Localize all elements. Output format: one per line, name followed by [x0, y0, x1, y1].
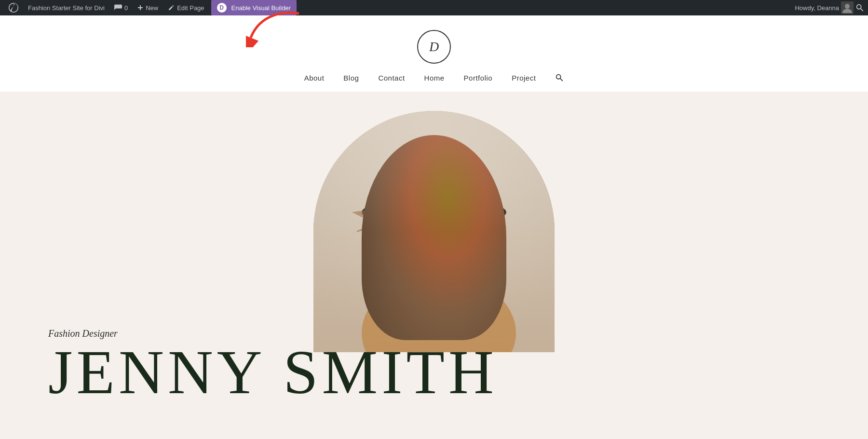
new-label: New — [146, 4, 158, 12]
nav-home[interactable]: Home — [424, 74, 445, 82]
nav-project[interactable]: Project — [512, 74, 536, 82]
enable-visual-builder-item[interactable]: D Enable Visual Builder — [211, 0, 297, 15]
adminbar-right: Howdy, Deanna — [795, 1, 864, 14]
svg-point-10 — [413, 206, 460, 257]
comment-count: 0 — [124, 4, 128, 12]
edit-page-label: Edit Page — [177, 4, 204, 12]
site-name-item[interactable]: Fashion Starter Site for Divi — [23, 0, 109, 15]
svg-rect-3 — [313, 111, 555, 352]
edit-page-item[interactable]: Edit Page — [163, 0, 209, 15]
svg-point-8 — [362, 198, 506, 227]
site-name-text: Fashion Starter Site for Divi — [28, 4, 105, 12]
wp-logo[interactable] — [4, 0, 23, 15]
svg-point-12 — [441, 230, 448, 235]
hero-photo-placeholder — [313, 111, 555, 352]
page-wrapper: D About Blog Contact Home Portfolio Proj… — [0, 15, 868, 439]
svg-rect-9 — [395, 159, 473, 215]
svg-point-1 — [845, 4, 850, 9]
site-header: D About Blog Contact Home Portfolio Proj… — [0, 15, 868, 92]
new-item[interactable]: New — [133, 0, 163, 15]
site-nav: About Blog Contact Home Portfolio Projec… — [304, 73, 564, 82]
nav-blog[interactable]: Blog — [343, 74, 359, 82]
logo-letter: D — [429, 39, 439, 55]
svg-point-6 — [391, 256, 487, 333]
hero-section: Fashion Designer JENNY SMITH — [0, 92, 868, 429]
search-adminbar-icon[interactable] — [855, 3, 864, 12]
search-nav-icon[interactable] — [555, 73, 564, 82]
hero-text-container: Fashion Designer JENNY SMITH — [48, 328, 498, 400]
nav-about[interactable]: About — [304, 74, 325, 82]
enable-visual-builder-label: Enable Visual Builder — [231, 4, 291, 12]
admin-bar: Fashion Starter Site for Divi 0 New Edit… — [0, 0, 868, 15]
hero-name: JENNY SMITH — [48, 344, 498, 400]
nav-portfolio[interactable]: Portfolio — [464, 74, 493, 82]
site-logo[interactable]: D — [417, 30, 451, 64]
svg-point-11 — [424, 230, 432, 235]
howdy-text: Howdy, Deanna — [795, 4, 839, 12]
comments-item[interactable]: 0 — [109, 0, 133, 15]
user-avatar-icon — [841, 1, 854, 14]
svg-point-13 — [406, 239, 434, 273]
svg-rect-4 — [313, 111, 555, 352]
hero-image — [313, 111, 555, 352]
divi-logo-icon: D — [217, 3, 227, 13]
svg-point-7 — [410, 212, 463, 280]
nav-contact[interactable]: Contact — [378, 74, 405, 82]
